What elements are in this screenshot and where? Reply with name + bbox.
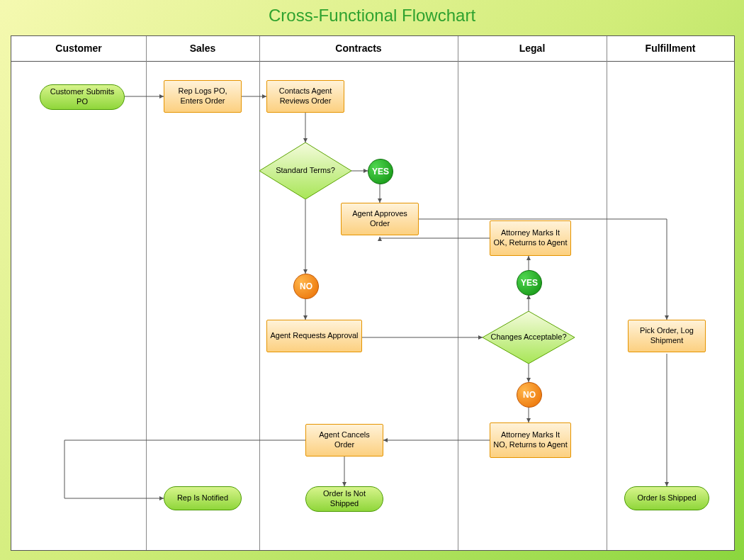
arrows-layer bbox=[11, 36, 734, 550]
node-order-shipped: Order Is Shipped bbox=[624, 486, 709, 510]
lane-header-contracts: Contracts bbox=[259, 36, 458, 62]
node-customer-submits: Customer Submits PO bbox=[40, 84, 125, 110]
node-attorney-no: Attorney Marks It NO, Returns to Agent bbox=[490, 422, 571, 458]
node-attorney-ok: Attorney Marks It OK, Returns to Agent bbox=[490, 220, 571, 256]
node-standard-terms: Standard Terms? bbox=[259, 142, 351, 199]
badge-yes-1: YES bbox=[368, 159, 393, 184]
node-contacts-agent: Contacts Agent Reviews Order bbox=[266, 80, 344, 113]
node-changes-acceptable: Changes Acceptable? bbox=[483, 311, 575, 364]
lane-header-sales: Sales bbox=[146, 36, 260, 62]
badge-yes-2: YES bbox=[517, 270, 542, 296]
node-order-not-shipped: Order Is Not Shipped bbox=[305, 486, 383, 512]
badge-no-1: NO bbox=[293, 274, 319, 299]
swimlane-grid: Customer Sales Contracts Legal Fulfillme… bbox=[11, 35, 735, 551]
node-agent-cancels: Agent Cancels Order bbox=[305, 424, 383, 457]
lane-header-customer: Customer bbox=[11, 36, 147, 62]
node-pick-order: Pick Order, Log Shipment bbox=[628, 320, 706, 352]
badge-no-2: NO bbox=[517, 382, 542, 408]
node-agent-approves: Agent Approves Order bbox=[341, 203, 419, 235]
node-rep-notified: Rep Is Notified bbox=[164, 486, 242, 510]
node-rep-logs: Rep Logs PO, Enters Order bbox=[164, 80, 242, 113]
chart-title: Cross-Functional Flowchart bbox=[0, 6, 744, 26]
lane-header-legal: Legal bbox=[458, 36, 607, 62]
lane-header-fulfillment: Fulfillment bbox=[607, 36, 734, 62]
node-agent-requests: Agent Requests Approval bbox=[266, 320, 362, 352]
page-canvas: Cross-Functional Flowchart Customer Sale… bbox=[0, 0, 744, 560]
